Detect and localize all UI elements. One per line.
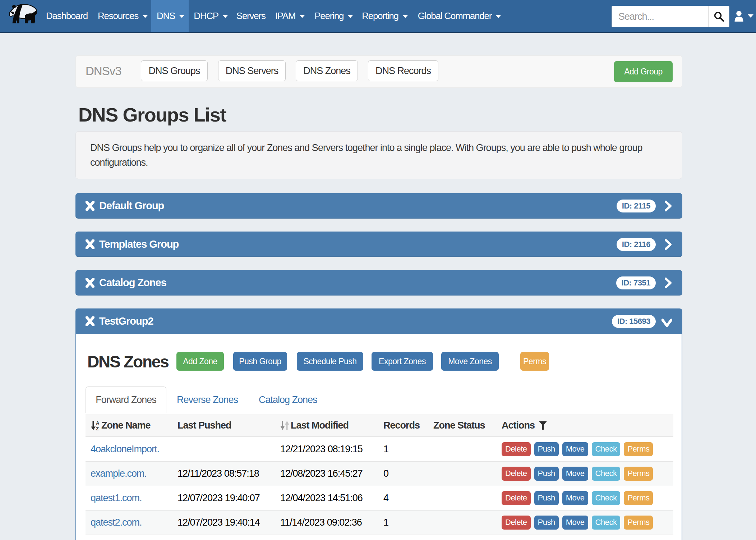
svg-text:A: A <box>96 421 100 426</box>
svg-text:Z: Z <box>96 426 99 430</box>
